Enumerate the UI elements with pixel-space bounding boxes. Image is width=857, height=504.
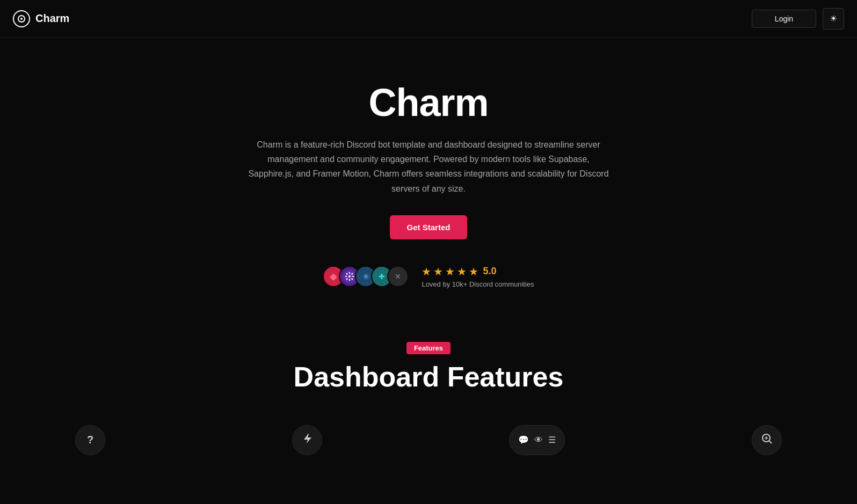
menu-icon: ☰ <box>548 435 556 445</box>
features-badge: Features <box>406 342 451 354</box>
navbar: Charm Login ☀ <box>0 0 857 38</box>
chat-icons-circle[interactable]: 💬 👁 ☰ <box>509 425 565 455</box>
zoom-icon-circle[interactable] <box>752 425 782 455</box>
brand: Charm <box>13 10 69 27</box>
sun-icon: ☀ <box>830 13 837 24</box>
eye-icon: 👁 <box>534 435 543 445</box>
rating-section: ★ ★ ★ ★ ★ 5.0 Loved by 10k+ Discord comm… <box>422 265 534 288</box>
feature-icons-row: ? 💬 👁 ☰ <box>21 425 836 455</box>
svg-line-11 <box>346 279 348 280</box>
svg-point-3 <box>348 275 351 277</box>
svg-line-10 <box>352 273 353 275</box>
svg-line-9 <box>352 279 353 280</box>
star-1: ★ <box>422 265 431 278</box>
bolt-icon-circle[interactable] <box>292 425 322 455</box>
star-3: ★ <box>445 265 455 278</box>
charm-logo-icon <box>13 10 30 27</box>
question-icon: ? <box>87 434 93 446</box>
get-started-button[interactable]: Get Started <box>390 215 468 239</box>
rating-number: 5.0 <box>483 266 496 277</box>
question-icon-circle[interactable]: ? <box>75 425 105 455</box>
navbar-right: Login ☀ <box>752 8 844 30</box>
bolt-icon <box>301 433 313 448</box>
brand-name: Charm <box>35 12 69 25</box>
star-5: ★ <box>469 265 478 278</box>
theme-toggle-button[interactable]: ☀ <box>823 8 844 30</box>
features-section: Features Dashboard Features ? 💬 👁 ☰ <box>0 310 857 477</box>
hero-section: Charm Charm is a feature-rich Discord bo… <box>0 38 857 310</box>
star-2: ★ <box>433 265 443 278</box>
avatar-group: ◆ ✳ <box>323 266 409 287</box>
svg-line-13 <box>769 441 772 443</box>
svg-point-2 <box>20 18 23 20</box>
svg-line-8 <box>346 273 348 275</box>
chat-bubble-icon: 💬 <box>518 435 529 445</box>
hero-title: Charm <box>368 81 488 125</box>
rating-text: Loved by 10k+ Discord communities <box>422 280 534 288</box>
features-title: Dashboard Features <box>21 361 836 393</box>
star-4: ★ <box>457 265 467 278</box>
zoom-icon <box>761 433 773 448</box>
login-button[interactable]: Login <box>752 10 816 28</box>
social-proof: ◆ ✳ <box>323 265 534 288</box>
hero-description: Charm is a feature-rich Discord bot temp… <box>246 137 611 196</box>
stars-row: ★ ★ ★ ★ ★ 5.0 <box>422 265 534 278</box>
avatar-5: ✕ <box>387 266 409 287</box>
